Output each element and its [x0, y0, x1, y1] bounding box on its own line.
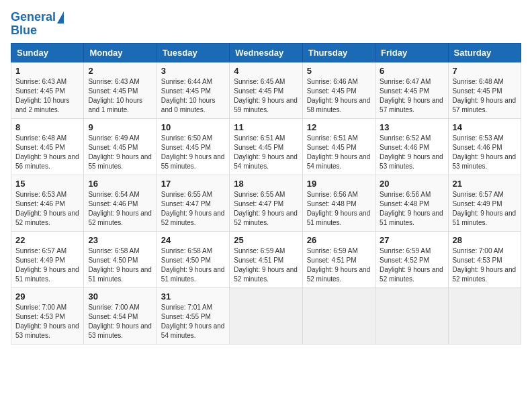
week-row-2: 8Sunrise: 6:48 AMSunset: 4:45 PMDaylight… — [11, 118, 521, 175]
day-number: 5 — [307, 66, 371, 76]
day-number: 14 — [453, 122, 517, 132]
day-number: 17 — [161, 179, 225, 189]
calendar-cell: 23Sunrise: 6:58 AMSunset: 4:50 PMDayligh… — [84, 231, 157, 287]
day-number: 29 — [15, 291, 79, 302]
calendar-cell: 4Sunrise: 6:45 AMSunset: 4:45 PMDaylight… — [230, 62, 302, 118]
column-header-tuesday: Tuesday — [157, 43, 229, 62]
column-header-wednesday: Wednesday — [230, 43, 302, 62]
day-info: Sunrise: 6:59 AMSunset: 4:51 PMDaylight:… — [307, 246, 371, 284]
day-info: Sunrise: 6:56 AMSunset: 4:48 PMDaylight:… — [307, 190, 371, 228]
day-info: Sunrise: 6:58 AMSunset: 4:50 PMDaylight:… — [88, 246, 152, 284]
column-header-sunday: Sunday — [11, 43, 84, 62]
day-info: Sunrise: 7:00 AMSunset: 4:53 PMDaylight:… — [15, 303, 79, 340]
calendar-cell: 30Sunrise: 7:00 AMSunset: 4:54 PMDayligh… — [84, 287, 157, 344]
day-info: Sunrise: 6:45 AMSunset: 4:45 PMDaylight:… — [234, 77, 298, 115]
calendar-cell: 20Sunrise: 6:56 AMSunset: 4:48 PMDayligh… — [375, 175, 448, 231]
calendar-cell: 18Sunrise: 6:55 AMSunset: 4:47 PMDayligh… — [230, 175, 302, 231]
column-header-saturday: Saturday — [448, 43, 521, 62]
calendar-cell — [448, 287, 521, 344]
day-number: 15 — [15, 179, 79, 189]
calendar-cell: 26Sunrise: 6:59 AMSunset: 4:51 PMDayligh… — [302, 231, 375, 287]
calendar-cell: 10Sunrise: 6:50 AMSunset: 4:45 PMDayligh… — [157, 118, 229, 175]
day-info: Sunrise: 6:52 AMSunset: 4:46 PMDaylight:… — [380, 134, 443, 171]
column-header-thursday: Thursday — [302, 43, 375, 62]
calendar-cell: 22Sunrise: 6:57 AMSunset: 4:49 PMDayligh… — [11, 231, 84, 287]
day-info: Sunrise: 6:48 AMSunset: 4:45 PMDaylight:… — [15, 134, 79, 171]
calendar-cell: 17Sunrise: 6:55 AMSunset: 4:47 PMDayligh… — [157, 175, 229, 231]
day-info: Sunrise: 6:43 AMSunset: 4:45 PMDaylight:… — [88, 77, 152, 115]
calendar-cell: 6Sunrise: 6:47 AMSunset: 4:45 PMDaylight… — [375, 62, 448, 118]
day-number: 25 — [234, 235, 298, 245]
calendar-cell: 7Sunrise: 6:48 AMSunset: 4:45 PMDaylight… — [448, 62, 521, 118]
day-info: Sunrise: 6:56 AMSunset: 4:48 PMDaylight:… — [380, 190, 443, 228]
day-info: Sunrise: 6:55 AMSunset: 4:47 PMDaylight:… — [161, 190, 225, 228]
day-number: 2 — [88, 66, 152, 76]
calendar-cell: 29Sunrise: 7:00 AMSunset: 4:53 PMDayligh… — [11, 287, 84, 344]
day-number: 30 — [88, 291, 152, 302]
calendar-cell: 19Sunrise: 6:56 AMSunset: 4:48 PMDayligh… — [302, 175, 375, 231]
calendar-cell: 15Sunrise: 6:53 AMSunset: 4:46 PMDayligh… — [11, 175, 84, 231]
calendar-cell: 9Sunrise: 6:49 AMSunset: 4:45 PMDaylight… — [84, 118, 157, 175]
column-header-friday: Friday — [375, 43, 448, 62]
week-row-3: 15Sunrise: 6:53 AMSunset: 4:46 PMDayligh… — [11, 175, 521, 231]
day-number: 10 — [161, 122, 225, 132]
day-number: 18 — [234, 179, 298, 189]
day-info: Sunrise: 6:59 AMSunset: 4:52 PMDaylight:… — [380, 246, 443, 284]
calendar-cell: 8Sunrise: 6:48 AMSunset: 4:45 PMDaylight… — [11, 118, 84, 175]
day-number: 21 — [453, 179, 517, 189]
day-info: Sunrise: 6:48 AMSunset: 4:45 PMDaylight:… — [453, 77, 517, 115]
calendar-table: SundayMondayTuesdayWednesdayThursdayFrid… — [11, 43, 521, 345]
calendar-cell — [230, 287, 302, 344]
day-number: 26 — [307, 235, 371, 245]
calendar-cell: 1Sunrise: 6:43 AMSunset: 4:45 PMDaylight… — [11, 62, 84, 118]
day-info: Sunrise: 6:57 AMSunset: 4:49 PMDaylight:… — [453, 190, 517, 228]
page-header: General Blue — [11, 11, 521, 38]
day-info: Sunrise: 6:58 AMSunset: 4:50 PMDaylight:… — [161, 246, 225, 284]
calendar-cell: 13Sunrise: 6:52 AMSunset: 4:46 PMDayligh… — [375, 118, 448, 175]
calendar-cell: 12Sunrise: 6:51 AMSunset: 4:45 PMDayligh… — [302, 118, 375, 175]
day-info: Sunrise: 6:54 AMSunset: 4:46 PMDaylight:… — [88, 190, 152, 228]
day-info: Sunrise: 6:55 AMSunset: 4:47 PMDaylight:… — [234, 190, 298, 228]
day-info: Sunrise: 6:50 AMSunset: 4:45 PMDaylight:… — [161, 134, 225, 171]
calendar-cell: 3Sunrise: 6:44 AMSunset: 4:45 PMDaylight… — [157, 62, 229, 118]
day-number: 16 — [88, 179, 152, 189]
calendar-header-row: SundayMondayTuesdayWednesdayThursdayFrid… — [11, 43, 521, 62]
calendar-cell: 2Sunrise: 6:43 AMSunset: 4:45 PMDaylight… — [84, 62, 157, 118]
day-info: Sunrise: 6:53 AMSunset: 4:46 PMDaylight:… — [453, 134, 517, 171]
column-header-monday: Monday — [84, 43, 157, 62]
day-info: Sunrise: 7:00 AMSunset: 4:53 PMDaylight:… — [453, 246, 517, 284]
day-info: Sunrise: 6:49 AMSunset: 4:45 PMDaylight:… — [88, 134, 152, 171]
day-info: Sunrise: 6:44 AMSunset: 4:45 PMDaylight:… — [161, 77, 225, 115]
day-info: Sunrise: 6:53 AMSunset: 4:46 PMDaylight:… — [15, 190, 79, 228]
day-number: 7 — [453, 66, 517, 76]
day-number: 20 — [380, 179, 443, 189]
week-row-5: 29Sunrise: 7:00 AMSunset: 4:53 PMDayligh… — [11, 287, 521, 344]
day-number: 4 — [234, 66, 298, 76]
day-number: 1 — [15, 66, 79, 76]
day-info: Sunrise: 6:46 AMSunset: 4:45 PMDaylight:… — [307, 77, 371, 115]
logo: General Blue — [11, 11, 64, 38]
day-info: Sunrise: 6:51 AMSunset: 4:45 PMDaylight:… — [234, 134, 298, 171]
day-info: Sunrise: 7:01 AMSunset: 4:55 PMDaylight:… — [161, 303, 225, 340]
day-number: 13 — [380, 122, 443, 132]
day-number: 24 — [161, 235, 225, 245]
day-number: 23 — [88, 235, 152, 245]
calendar-cell: 21Sunrise: 6:57 AMSunset: 4:49 PMDayligh… — [448, 175, 521, 231]
calendar-cell — [302, 287, 375, 344]
day-info: Sunrise: 6:59 AMSunset: 4:51 PMDaylight:… — [234, 246, 298, 284]
day-number: 31 — [161, 291, 225, 302]
day-number: 6 — [380, 66, 443, 76]
week-row-4: 22Sunrise: 6:57 AMSunset: 4:49 PMDayligh… — [11, 231, 521, 287]
week-row-1: 1Sunrise: 6:43 AMSunset: 4:45 PMDaylight… — [11, 62, 521, 118]
day-info: Sunrise: 6:51 AMSunset: 4:45 PMDaylight:… — [307, 134, 371, 171]
day-info: Sunrise: 6:57 AMSunset: 4:49 PMDaylight:… — [15, 246, 79, 284]
calendar-cell: 28Sunrise: 7:00 AMSunset: 4:53 PMDayligh… — [448, 231, 521, 287]
calendar-cell: 16Sunrise: 6:54 AMSunset: 4:46 PMDayligh… — [84, 175, 157, 231]
logo-triangle-icon — [57, 11, 64, 24]
calendar-cell — [375, 287, 448, 344]
day-number: 3 — [161, 66, 225, 76]
calendar-cell: 25Sunrise: 6:59 AMSunset: 4:51 PMDayligh… — [230, 231, 302, 287]
calendar-cell: 31Sunrise: 7:01 AMSunset: 4:55 PMDayligh… — [157, 287, 229, 344]
calendar-cell: 14Sunrise: 6:53 AMSunset: 4:46 PMDayligh… — [448, 118, 521, 175]
day-number: 9 — [88, 122, 152, 132]
